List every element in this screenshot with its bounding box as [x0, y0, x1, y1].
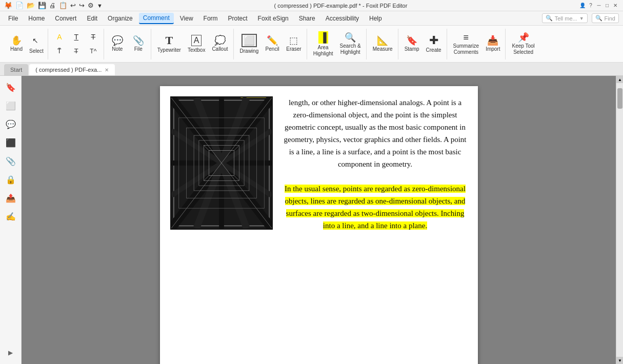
dropdown-icon[interactable]: ▼	[97, 3, 103, 9]
menu-bar: File Home Convert Edit Organize Comment …	[0, 11, 623, 26]
menu-comment[interactable]: Comment	[139, 13, 174, 24]
menu-view[interactable]: View	[176, 13, 197, 24]
settings-icon[interactable]: ⚙	[88, 2, 94, 9]
sidebar-layers[interactable]: ⬛	[3, 134, 19, 151]
text-annotation-group: A T T T̃ T̶ T^	[49, 29, 104, 59]
minimize-button[interactable]: ─	[595, 2, 602, 9]
sidebar-security[interactable]: 🔒	[3, 171, 19, 188]
import-tool[interactable]: 📥 Import	[483, 30, 503, 58]
note-tool[interactable]: 💬 Note	[107, 30, 128, 58]
undo-icon[interactable]: ↩	[70, 2, 76, 9]
print-icon[interactable]: 🖨	[49, 2, 56, 9]
squiggly-tool[interactable]: T̃	[51, 45, 68, 58]
summarize-icon: ≡	[464, 33, 469, 42]
user-icon[interactable]: 👤	[579, 2, 586, 9]
tell-me-placeholder: Tell me...	[555, 15, 577, 22]
file-tool[interactable]: 📎 File	[128, 30, 149, 58]
select-label: Select	[27, 48, 46, 54]
create-tool[interactable]: ✚ Create	[423, 30, 445, 58]
text-before-highlight: length, or other higher-dimensional anal…	[284, 98, 466, 168]
sidebar-bookmark[interactable]: 🔖	[3, 79, 19, 95]
maximize-button[interactable]: □	[604, 2, 611, 9]
keep-tool-btn[interactable]: 📌 Keep ToolSelected	[509, 30, 537, 58]
sidebar-attachments[interactable]: 📎	[3, 153, 19, 169]
search-highlight-tool[interactable]: 🔍 Search &Highlight	[337, 30, 364, 58]
pencil-label: Pencil	[266, 46, 279, 52]
area-highlight-tool[interactable]: ▐ AreaHighlight	[310, 30, 336, 58]
keep-tool-group: 📌 Keep ToolSelected	[507, 29, 539, 59]
open-icon[interactable]: 📂	[27, 2, 35, 9]
scroll-thumb[interactable]	[617, 88, 622, 109]
create-icon: ✚	[429, 35, 438, 46]
drawing-tool[interactable]: ⬜ Drawing	[237, 30, 262, 58]
summarize-tool[interactable]: ≡ SummarizeComments	[450, 30, 483, 58]
title-bar-left: 🦊 📄 📂 💾 🖨 📋 ↩ ↪ ⚙ ▼	[4, 2, 103, 9]
sidebar-expand-arrow[interactable]: ▶	[3, 345, 19, 361]
note-label: Note	[112, 46, 123, 52]
callout-icon: 💭	[214, 36, 226, 45]
menu-file[interactable]: File	[4, 13, 22, 24]
pencil-tool[interactable]: ✏️ Pencil	[262, 30, 283, 58]
menu-organize[interactable]: Organize	[104, 13, 137, 24]
redo-icon[interactable]: ↪	[79, 2, 85, 9]
pdf-page: length, or other higher-dimensional anal…	[160, 86, 478, 364]
pdf-text-section: length, or other higher-dimensional anal…	[283, 96, 468, 363]
create-pdf-icon[interactable]: 📋	[59, 2, 67, 9]
tab-close-button[interactable]: ✕	[105, 67, 109, 73]
file-new-icon[interactable]: 📄	[15, 2, 24, 9]
eraser-label: Eraser	[286, 46, 301, 52]
eraser-tool[interactable]: ⬚ Eraser	[283, 30, 304, 58]
stamp-tool[interactable]: 🔖 Stamp	[401, 30, 423, 58]
menu-share[interactable]: Share	[295, 13, 319, 24]
search-highlight-label: Search &Highlight	[340, 43, 361, 55]
help-icon[interactable]: ?	[587, 2, 594, 9]
menu-edit[interactable]: Edit	[83, 13, 102, 24]
callout-tool[interactable]: 💭 Callout	[209, 30, 231, 58]
measure-tool[interactable]: 📐 Measure	[370, 30, 396, 58]
pdf-text-content: length, or other higher-dimensional anal…	[283, 96, 468, 232]
sidebar-comments[interactable]: 💬	[3, 116, 19, 132]
tab-bar: Start ( compressed ) PDF-exa... ✕	[0, 63, 623, 76]
typewriter-tool[interactable]: T Typewriter	[154, 30, 184, 58]
menu-help[interactable]: Help	[365, 13, 386, 24]
sidebar-pages[interactable]: ⬜	[3, 97, 19, 114]
menu-foxit-esign[interactable]: Foxit eSign	[254, 13, 293, 24]
window-controls[interactable]: 👤 ? ─ □ ✕	[579, 2, 619, 9]
area-highlight-label: AreaHighlight	[313, 45, 333, 57]
tab-start[interactable]: Start	[4, 64, 28, 75]
drawing-icon: ⬜	[242, 34, 257, 47]
scroll-down-button[interactable]: ▼	[616, 357, 623, 364]
window-title: ( compressed ) PDF-example.pdf * - Foxit…	[103, 3, 579, 9]
sidebar-export[interactable]: 📤	[3, 190, 19, 206]
typewriter-label: Typewriter	[157, 47, 181, 53]
scroll-track[interactable]	[616, 83, 623, 357]
save-icon[interactable]: 💾	[38, 2, 46, 9]
close-button[interactable]: ✕	[612, 2, 619, 9]
summarize-label: SummarizeComments	[453, 43, 479, 55]
insert-text-tool[interactable]: T^	[85, 45, 102, 58]
menu-form[interactable]: Form	[199, 13, 222, 24]
menu-home[interactable]: Home	[24, 13, 49, 24]
right-scrollbar[interactable]: ▲ ▼	[616, 76, 623, 364]
find-search[interactable]: 🔍 Find	[592, 13, 619, 23]
menu-convert[interactable]: Convert	[51, 13, 81, 24]
highlight-tool[interactable]: A	[51, 30, 68, 44]
text-underline-tool[interactable]: T	[68, 30, 85, 44]
menu-accessibility[interactable]: Accessibility	[321, 13, 363, 24]
pencil-icon: ✏️	[267, 36, 278, 45]
sidebar-signatures[interactable]: ✍	[3, 208, 19, 225]
content-area[interactable]: length, or other higher-dimensional anal…	[22, 76, 616, 364]
scroll-up-button[interactable]: ▲	[616, 76, 623, 83]
tab-pdf[interactable]: ( compressed ) PDF-exa... ✕	[29, 64, 115, 75]
import-label: Import	[486, 46, 500, 52]
left-sidebar: 🔖 ⬜ 💬 ⬛ 📎 🔒 📤 ✍ ▶	[0, 76, 22, 364]
text-highlighted: In the usual sense, points are regarded …	[285, 185, 466, 230]
text-strikethrough-tool[interactable]: T	[85, 30, 102, 44]
hand-tool[interactable]: ✋ Hand	[6, 30, 27, 58]
select-tool[interactable]: ↖	[27, 34, 44, 47]
menu-protect[interactable]: Protect	[224, 13, 252, 24]
replace-text-tool[interactable]: T̶	[68, 45, 85, 58]
textbox-tool[interactable]: A Textbox	[185, 30, 208, 58]
tell-me-search[interactable]: 🔍 Tell me... ▼	[542, 13, 588, 23]
area-highlight-icon: ▐	[318, 31, 328, 44]
